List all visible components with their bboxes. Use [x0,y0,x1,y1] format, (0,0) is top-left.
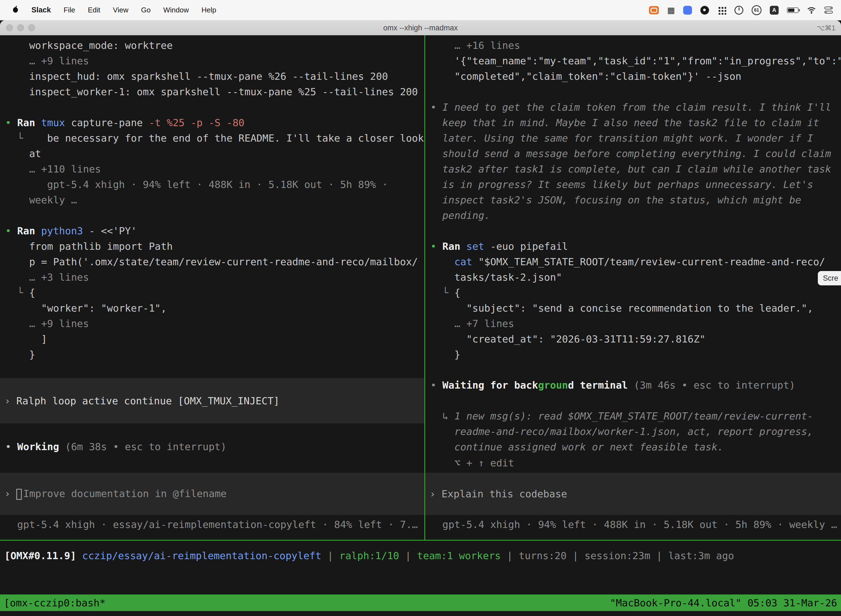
terminal-line: "created_at": "2026-03-31T11:59:27.816Z" [431,331,841,347]
percent-badge-label: 61 [752,5,762,15]
menu-item-view[interactable]: View [113,6,128,14]
raycast-icon[interactable] [683,5,692,16]
terminal-line: ↳ 1 new msg(s): read $OMX_TEAM_STATE_ROO… [431,408,813,424]
terminal-line [431,223,841,239]
suggestion-text: › Explain this codebase [429,488,567,500]
dark-orb-icon[interactable] [700,5,709,16]
terminal-line: └ { [5,285,424,301]
app-menu-slack[interactable]: Slack [31,6,51,14]
control-center-icon[interactable] [825,5,834,16]
menu-item-file[interactable]: File [64,6,75,14]
menu-item-edit[interactable]: Edit [88,6,100,14]
composer-input[interactable]: › Improve documentation in @filename [0,473,424,515]
terminal-line: … +9 lines [5,53,424,69]
input-source-icon[interactable]: A [770,5,779,16]
terminal-line: inspect_hud: omx sparkshell --tmux-pane … [5,69,424,84]
terminal-line [431,84,841,100]
menu-item-window[interactable]: Window [163,6,189,14]
window-shortcut: ⌥⌘1 [817,21,835,35]
window-title: omx --xhigh --madmax [0,21,841,35]
dots-grid-icon[interactable] [717,5,726,16]
terminal-line: weekly … [5,192,424,208]
terminal-line: is in progress? It seems likely but perh… [431,177,841,192]
terminal-line: … +9 lines [5,316,424,331]
terminal-line: continue assigned work or next feasible … [431,439,813,455]
working-indicator: • Working (6m 38s • esc to interrupt) [5,439,227,455]
left-pane-output: workspace_mode: worktree … +9 lines insp… [5,38,424,362]
tmux-status-bar: [omx-cczip0:bash* "MacBook-Pro-44.local"… [0,594,841,611]
battery-glyph [787,7,799,13]
apple-menu[interactable] [12,5,19,15]
terminal-line: • I need to get the claim token from the… [431,100,841,115]
menu-item-help[interactable]: Help [201,6,216,14]
gauge-icon[interactable] [734,5,743,16]
window-title-bar: omx --xhigh --madmax ⌥⌘1 [0,21,841,35]
terminal-line: … +16 lines [431,38,841,53]
terminal-line: … +3 lines [5,270,424,285]
terminal-line: task2 after task1 is complete, but can I… [431,161,841,177]
terminal-line [5,208,424,223]
tmux-session-label: [omx-cczip0:bash* [4,597,105,609]
right-pane-output: … +16 lines '{"team_name":"my-team","tas… [431,38,841,362]
terminal-line: pending. [431,208,841,223]
screen-overlay-label: Scre [823,274,838,283]
terminal-line: "subject": "send a concise recommendatio… [431,301,841,316]
menu-item-go[interactable]: Go [141,6,151,14]
screen-recording-glyph [649,6,659,14]
gauge-glyph [734,6,743,15]
dots-glyph [717,6,726,15]
wifi-glyph [807,6,816,14]
input-source-label: A [770,6,779,15]
terminal-line: inspect task2's JSON, focusing on the st… [431,192,841,208]
terminal-line: p = Path('.omx/state/team/review-current… [5,254,424,270]
terminal-line: • Ran set -euo pipefail [431,239,841,254]
terminal-line: workspace_mode: worktree [5,38,424,53]
terminal-line: } [5,347,424,362]
menu-bar-left: Slack File Edit View Go Window Help [0,5,216,15]
terminal-line: readme-and-reco/mailbox/worker-1.json, a… [431,424,813,439]
screen-recording-icon[interactable] [649,5,659,16]
terminal-line: ] [5,331,424,347]
edit-hint: ⌥ + ↑ edit [431,455,514,471]
terminal-line: gpt-5.4 xhigh · 94% left · 488K in · 5.1… [5,177,424,192]
terminal-line: "completed","claim_token":"claim-token"}… [431,69,841,84]
menu-bar-status-icons: ▦ 61 A [649,5,841,16]
terminal-line: keep that in mind. Maybe I also need the… [431,115,841,131]
terminal-line [5,100,424,115]
screen-overlay-button[interactable]: Scre [818,271,841,285]
pane-divider-vertical[interactable] [424,35,425,540]
terminal-line: '{"team_name":"my-team","task_id":"1","f… [431,53,841,69]
grid-glyph: ▦ [667,6,675,14]
terminal-line: … +7 lines [431,316,841,331]
terminal-line: └ be necessary for the end of the README… [5,131,424,146]
suggestion-input[interactable]: › Explain this codebase [425,473,841,515]
omx-status-line: [OMX#0.11.9] cczip/essay/ai-reimplementa… [4,548,734,563]
percent-badge-icon[interactable]: 61 [752,5,762,16]
menu-bar: Slack File Edit View Go Window Help ▦ 61… [0,0,841,21]
inbox-message: ↳ 1 new msg(s): read $OMX_TEAM_STATE_ROO… [431,408,813,455]
terminal-line: should send a message before completing … [431,146,841,161]
composer-placeholder: › Improve documentation in @filename [4,488,227,500]
terminal-line: inspect_worker-1: omx sparkshell --tmux-… [5,84,424,100]
terminal-line: • Ran tmux capture-pane -t %25 -p -S -80 [5,115,424,131]
terminal-line: tasks/task-2.json" [431,270,841,285]
terminal: workspace_mode: worktree … +9 lines insp… [0,35,841,616]
terminal-line: • Ran python3 - <<'PY' [5,223,424,239]
waiting-indicator: • Waiting for background terminal (3m 46… [431,378,795,393]
orb-glyph [700,6,709,15]
terminal-line: later. Using the same for transition mig… [431,131,841,146]
battery-icon[interactable] [787,5,799,16]
wifi-icon[interactable] [807,5,816,16]
terminal-line: "worker": "worker-1", [5,301,424,316]
terminal-line: … +110 lines [5,161,424,177]
apple-logo [12,5,19,13]
ralph-loop-banner-text: › Ralph loop active continue [OMX_TMUX_I… [4,395,280,406]
right-pane-status: gpt-5.4 xhigh · 94% left · 488K in · 5.1… [431,517,841,532]
terminal-line: └ { [431,285,841,301]
left-pane-status: gpt-5.4 xhigh · essay/ai-reimplementatio… [5,517,424,532]
pane-divider-horizontal [0,540,841,541]
grid-app-icon[interactable]: ▦ [667,5,675,16]
ralph-loop-banner: › Ralph loop active continue [OMX_TMUX_I… [0,378,424,423]
terminal-line: from pathlib import Path [5,239,424,254]
tmux-host-clock-label: "MacBook-Pro-44.local" 05:03 31-Mar-26 [610,597,837,609]
